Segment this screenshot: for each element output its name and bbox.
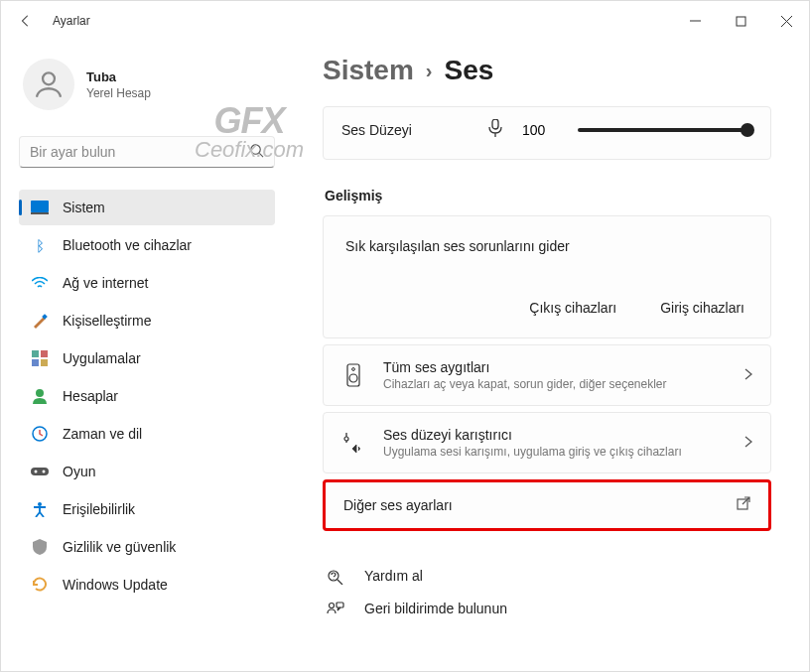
nav-personalization[interactable]: Kişiselleştirme (19, 303, 275, 338)
nav-label: Gizlilik ve güvenlik (63, 539, 176, 555)
input-devices-button[interactable]: Giriş cihazları (660, 300, 744, 316)
troubleshoot-title: Sık karşılaşılan ses sorunlarını gider (345, 238, 748, 254)
feedback-link[interactable]: Geri bildirimde bulunun (323, 593, 771, 624)
nav-time[interactable]: Zaman ve dil (19, 416, 275, 452)
nav-sistem[interactable]: Sistem (19, 190, 275, 225)
user-account[interactable]: Tuba Yerel Hesap (19, 59, 295, 110)
shield-icon (31, 538, 49, 556)
nav-gaming[interactable]: Oyun (19, 454, 275, 489)
row-subtitle: Uygulama sesi karışımı, uygulama giriş v… (383, 445, 682, 459)
breadcrumb-parent[interactable]: Sistem (323, 55, 414, 86)
back-button[interactable] (19, 13, 35, 29)
search-input[interactable] (30, 144, 249, 160)
nav-bluetooth[interactable]: ᛒBluetooth ve cihazlar (19, 227, 275, 263)
get-help-link[interactable]: Yardım al (323, 559, 771, 593)
other-sound-settings-card[interactable]: Diğer ses ayarları (323, 479, 771, 531)
nav-label: Sistem (63, 200, 105, 215)
help-label: Yardım al (364, 568, 423, 584)
clock-icon (31, 425, 49, 443)
troubleshoot-card: Sık karşılaşılan ses sorunlarını gider Ç… (323, 215, 771, 338)
minimize-button[interactable] (672, 1, 718, 41)
speaker-icon (341, 363, 365, 387)
breadcrumb-sep: › (426, 60, 433, 82)
external-link-icon (737, 496, 750, 514)
output-devices-button[interactable]: Çıkış cihazları (529, 300, 616, 316)
svg-rect-7 (31, 201, 49, 212)
breadcrumb: Sistem › Ses (323, 55, 771, 86)
search-icon (249, 143, 264, 162)
volume-slider[interactable] (578, 128, 752, 132)
nav-update[interactable]: Windows Update (19, 567, 275, 603)
svg-point-17 (35, 470, 38, 473)
bluetooth-icon: ᛒ (31, 236, 49, 254)
slider-thumb[interactable] (741, 123, 754, 137)
avatar (23, 59, 74, 110)
nav-label: Zaman ve dil (63, 426, 142, 442)
nav-list: Sistem ᛒBluetooth ve cihazlar Ağ ve inte… (19, 190, 295, 603)
close-button[interactable] (763, 1, 809, 41)
svg-rect-12 (32, 359, 39, 366)
apps-icon (31, 349, 49, 367)
user-name: Tuba (86, 69, 151, 84)
system-icon (31, 199, 49, 216)
gamepad-icon (31, 463, 49, 480)
search-box[interactable] (19, 136, 275, 168)
titlebar: Ayarlar (1, 1, 809, 41)
mixer-icon (341, 433, 365, 453)
chevron-right-icon (744, 434, 752, 452)
content-area: Sistem › Ses Ses Düzeyi 100 Gelişmiş Sık… (295, 41, 809, 671)
svg-line-6 (259, 153, 263, 157)
advanced-heading: Gelişmiş (325, 188, 771, 203)
row-title: Diğer ses ayarları (343, 497, 453, 513)
svg-point-5 (251, 144, 260, 153)
svg-point-14 (36, 389, 44, 397)
window-title: Ayarlar (53, 14, 90, 28)
maximize-button[interactable] (718, 1, 763, 41)
svg-rect-8 (31, 212, 49, 214)
nav-label: Uygulamalar (63, 350, 141, 366)
help-icon (325, 567, 346, 585)
row-subtitle: Cihazları aç veya kapat, sorun gider, di… (383, 377, 667, 391)
svg-rect-11 (41, 350, 48, 357)
update-icon (31, 576, 49, 594)
svg-point-23 (349, 374, 357, 382)
svg-point-18 (43, 470, 46, 473)
nav-label: Windows Update (63, 577, 168, 593)
svg-point-22 (352, 368, 355, 371)
sidebar: Tuba Yerel Hesap Sistem ᛒBluetooth ve ci… (1, 41, 295, 671)
nav-label: Kişiselleştirme (63, 313, 151, 329)
person-icon (31, 387, 49, 405)
mixer-card[interactable]: Ses düzeyi karıştırıcı Uygulama sesi kar… (323, 412, 771, 473)
nav-apps[interactable]: Uygulamalar (19, 340, 275, 376)
row-title: Ses düzeyi karıştırıcı (383, 427, 682, 443)
breadcrumb-current: Ses (445, 55, 494, 86)
svg-rect-13 (41, 359, 48, 366)
row-title: Tüm ses aygıtları (383, 359, 667, 375)
feedback-icon (325, 601, 346, 616)
nav-label: Oyun (63, 464, 95, 479)
svg-rect-1 (737, 17, 745, 26)
svg-point-28 (330, 604, 335, 608)
svg-rect-16 (31, 468, 49, 475)
network-icon (31, 274, 49, 292)
nav-accounts[interactable]: Hesaplar (19, 378, 275, 414)
svg-point-19 (38, 502, 42, 506)
nav-network[interactable]: Ağ ve internet (19, 265, 275, 301)
volume-label: Ses Düzeyi (341, 122, 471, 138)
nav-label: Hesaplar (63, 388, 118, 404)
nav-privacy[interactable]: Gizlilik ve güvenlik (19, 529, 275, 565)
mic-icon[interactable] (488, 119, 504, 141)
volume-value: 100 (522, 122, 552, 138)
svg-rect-29 (337, 603, 343, 607)
svg-point-25 (344, 437, 348, 441)
svg-point-4 (43, 72, 55, 84)
brush-icon (31, 312, 49, 330)
accessibility-icon (31, 500, 49, 518)
user-subtitle: Yerel Hesap (86, 86, 151, 100)
nav-accessibility[interactable]: Erişilebilirlik (19, 491, 275, 527)
svg-rect-10 (32, 350, 39, 357)
all-devices-card[interactable]: Tüm ses aygıtları Cihazları aç veya kapa… (323, 344, 771, 406)
svg-rect-20 (492, 119, 498, 129)
nav-label: Erişilebilirlik (63, 501, 135, 517)
chevron-right-icon (744, 366, 752, 384)
